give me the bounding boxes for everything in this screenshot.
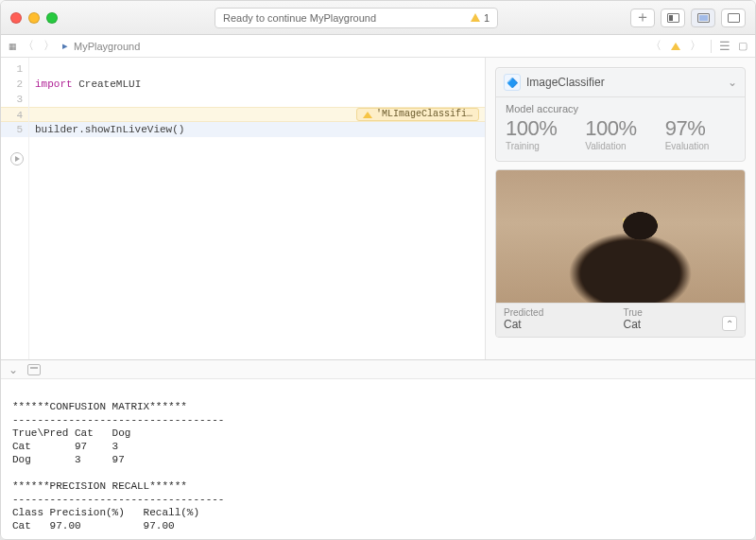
true-label: True [624, 307, 643, 318]
console-line: Class Precision(%) Recall(%) [12, 507, 199, 518]
jump-bar-path[interactable]: MyPlayground [74, 41, 140, 52]
console-output[interactable]: ******CONFUSION MATRIX****** -----------… [1, 379, 755, 535]
metric-evaluation: 97% Evaluation [665, 116, 735, 151]
line-gutter: 123 4 5 [1, 58, 29, 359]
window-titlebar: Ready to continue MyPlayground 1 ＋ [1, 1, 755, 35]
toggle-right-panel-button[interactable] [721, 9, 746, 27]
warning-icon [363, 112, 372, 118]
warning-icon [471, 13, 480, 22]
next-issue-button[interactable]: 〉 [688, 38, 703, 54]
expand-preview-button[interactable]: ⌃ [722, 316, 737, 331]
back-button[interactable]: 〈 [21, 38, 36, 54]
debug-chevron-icon[interactable]: ⌄ [9, 363, 18, 376]
prediction-preview: Predicted Cat True Cat ⌃ [495, 169, 746, 338]
true-value: Cat [624, 318, 643, 331]
predicted-value: Cat [504, 318, 543, 331]
accuracy-subtitle: Model accuracy [506, 103, 735, 114]
code-line-5: builder.showInLiveView() [35, 124, 184, 135]
inline-warning[interactable]: 'MLImageClassifi… [356, 108, 479, 121]
console-line: Cat 97 3 [12, 441, 118, 452]
code-line-2: CreateMLUI [78, 78, 141, 90]
minimize-window-button[interactable] [28, 12, 40, 24]
preview-image [496, 170, 745, 303]
editor-options-icon[interactable]: ▢ [738, 40, 747, 52]
zoom-window-button[interactable] [46, 12, 58, 24]
activity-status: Ready to continue MyPlayground 1 [215, 8, 498, 28]
inline-warning-text: 'MLImageClassifi… [376, 107, 472, 122]
issues-badge[interactable]: 1 [471, 12, 490, 24]
classifier-card: 🔷 ImageClassifier ⌄ Model accuracy 100% … [495, 67, 746, 162]
live-view-panel: 🔷 ImageClassifier ⌄ Model accuracy 100% … [485, 58, 755, 359]
warning-count: 1 [484, 12, 490, 24]
forward-button[interactable]: 〉 [42, 38, 57, 54]
activity-status-text: Ready to continue MyPlayground [223, 12, 471, 24]
adjust-editor-icon[interactable]: ☰ [719, 39, 730, 53]
console-line: ******CONFUSION MATRIX****** [12, 401, 187, 412]
console-line: Dog 97.00 97.00 [12, 533, 175, 535]
code-editor[interactable]: 123 4 5 import CreateMLUI let builder = … [1, 58, 485, 359]
jump-bar: ▦ 〈 〉 ▸ MyPlayground 〈 〉 ☰ ▢ [1, 35, 755, 58]
predicted-label: Predicted [504, 307, 543, 318]
toggle-debug-area-button[interactable] [691, 9, 715, 27]
warning-icon[interactable] [671, 43, 680, 50]
prev-issue-button[interactable]: 〈 [648, 38, 663, 54]
console-view-icon[interactable] [27, 364, 41, 375]
chevron-down-icon[interactable]: ⌄ [728, 76, 737, 89]
debug-toolbar: ⌄ [1, 360, 755, 379]
console-line: Cat 97.00 97.00 [12, 520, 175, 531]
related-items-icon[interactable]: ▦ [9, 42, 15, 51]
app-icon: 🔷 [504, 74, 521, 91]
metric-training: 100% Training [506, 116, 576, 151]
console-line: Dog 3 97 [12, 454, 125, 465]
add-editor-button[interactable]: ＋ [630, 9, 655, 27]
classifier-title: ImageClassifier [526, 76, 605, 89]
metric-validation: 100% Validation [585, 116, 655, 151]
console-line: True\Pred Cat Dog [12, 427, 130, 439]
close-window-button[interactable] [10, 12, 22, 24]
run-playground-button[interactable] [10, 152, 24, 165]
console-line: ******PRECISION RECALL****** [12, 480, 187, 492]
toggle-left-panel-button[interactable] [661, 9, 685, 27]
